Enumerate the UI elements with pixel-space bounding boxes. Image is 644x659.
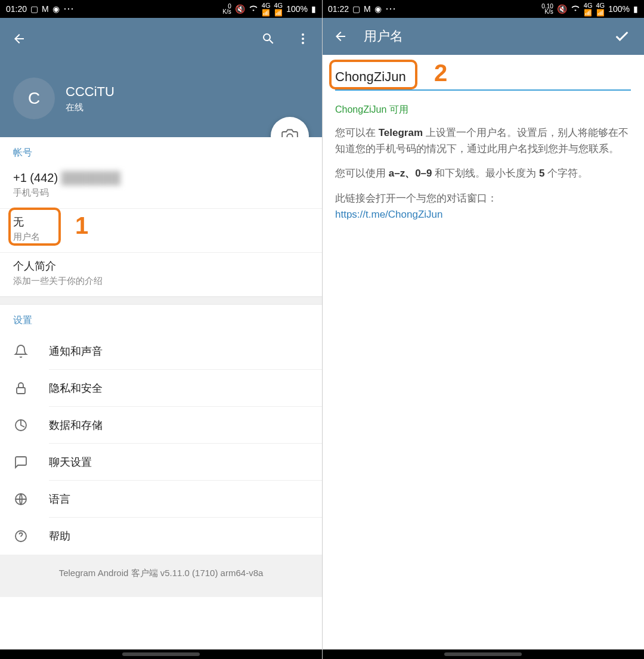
profile-header: C CCCiTU 在线 (0, 18, 322, 137)
profile-status: 在线 (66, 102, 114, 113)
profile-name: CCCiTU (66, 84, 114, 100)
screen-username-edit: 01:22 ▢ M ◉ 0.10K/s 🔇 4G📶 4G📶 100% ▮ (322, 0, 644, 659)
battery-pct: 100% (608, 4, 630, 14)
net-speed: 0.10K/s (541, 4, 553, 14)
username-label: 用户名 (13, 231, 309, 243)
more-icon (385, 4, 396, 14)
settings-label: 聊天设置 (49, 455, 92, 469)
signal2-icon: 4G📶 (596, 2, 605, 17)
settings-row-notifications[interactable]: 通知和声音 (0, 333, 322, 370)
bio-title: 个人简介 (13, 259, 309, 273)
username-desc-3: 此链接会打开一个与您的对话窗口： (335, 190, 631, 206)
settings-header: 设置 (0, 305, 322, 333)
chat-icon: ◉ (374, 4, 382, 14)
data-icon (13, 417, 29, 433)
android-navbar (322, 649, 644, 659)
avatar[interactable]: C (13, 78, 55, 119)
username-link[interactable]: https://t.me/ChongZiJun (335, 209, 631, 221)
mail-icon: M (42, 4, 49, 14)
account-section: 帐号 +1 (442) ███████ 手机号码 无 用户名 1 个人简介 添加… (0, 137, 322, 296)
signal-icon: 4G📶 (262, 2, 271, 17)
wifi-icon (249, 4, 258, 14)
app-version-footer: Telegram Android 客户端 v5.11.0 (1710) arm6… (0, 555, 322, 597)
net-speed: 0K/s (222, 4, 231, 14)
status-bar: 01:20 ▢ M ◉ 0K/s 🔇 4G📶 4G📶 100% ▮ (0, 0, 322, 18)
battery-icon: ▮ (633, 4, 638, 14)
svg-point-2 (302, 42, 304, 44)
settings-row-language[interactable]: 语言 (0, 481, 322, 518)
chat-icon: ◉ (52, 4, 60, 14)
globe-icon (13, 491, 29, 507)
username-input-wrap[interactable] (335, 66, 631, 91)
settings-row-data[interactable]: 数据和存储 (0, 407, 322, 444)
battery-pct: 100% (286, 4, 308, 14)
settings-label: 帮助 (49, 529, 70, 543)
settings-label: 通知和声音 (49, 344, 103, 358)
signal2-icon: 4G📶 (274, 2, 283, 17)
confirm-button[interactable] (612, 26, 632, 47)
lock-icon (13, 380, 29, 396)
image-icon: ▢ (30, 4, 38, 14)
chat-settings-icon (13, 454, 29, 470)
wifi-icon (571, 4, 580, 14)
settings-row-privacy[interactable]: 隐私和安全 (0, 370, 322, 407)
username-body: 2 ChongZiJun 可用 您可以在 Telegram 上设置一个用户名。设… (322, 55, 644, 231)
settings-label: 语言 (49, 492, 70, 506)
search-button[interactable] (258, 28, 279, 49)
username-header: 用户名 (322, 18, 644, 55)
menu-button[interactable] (292, 28, 314, 49)
help-icon (13, 528, 29, 544)
bell-icon (13, 344, 29, 359)
status-time: 01:20 (6, 4, 27, 14)
mail-icon: M (364, 4, 371, 14)
settings-section: 设置 通知和声音 隐私和安全 数据和存储 (0, 305, 322, 555)
bio-row[interactable]: 个人简介 添加一些关于你的介绍 (0, 253, 322, 296)
battery-icon: ▮ (311, 4, 316, 14)
settings-row-help[interactable]: 帮助 (0, 518, 322, 555)
username-value: 无 (13, 215, 309, 229)
svg-point-1 (302, 38, 304, 40)
back-button[interactable] (8, 28, 30, 49)
section-gap (0, 296, 322, 305)
bio-desc: 添加一些关于你的介绍 (13, 276, 309, 287)
phone-label: 手机号码 (13, 187, 309, 199)
android-navbar (0, 649, 322, 659)
phone-redacted: ███████ (61, 171, 120, 185)
mute-icon: 🔇 (235, 4, 245, 14)
status-bar: 01:22 ▢ M ◉ 0.10K/s 🔇 4G📶 4G📶 100% ▮ (322, 0, 644, 18)
svg-point-0 (302, 33, 304, 36)
username-desc-2: 您可以使用 a–z、0–9 和下划线。最小长度为 5 个字符。 (335, 165, 631, 181)
screen-settings: 01:20 ▢ M ◉ 0K/s 🔇 4G📶 4G📶 100% ▮ (0, 0, 322, 659)
username-desc-1: 您可以在 Telegram 上设置一个用户名。设置后，别人将能够在不知道您的手机… (335, 125, 631, 157)
settings-label: 数据和存储 (49, 418, 103, 432)
username-input[interactable] (335, 69, 631, 85)
signal-icon: 4G📶 (584, 2, 593, 17)
image-icon: ▢ (352, 4, 360, 14)
back-button[interactable] (332, 27, 349, 45)
settings-row-chat[interactable]: 聊天设置 (0, 444, 322, 481)
username-row[interactable]: 无 用户名 1 (0, 209, 322, 253)
svg-rect-4 (17, 388, 25, 394)
status-time: 01:22 (328, 4, 349, 14)
settings-label: 隐私和安全 (49, 381, 103, 395)
screens-divider (322, 0, 323, 659)
more-icon (63, 4, 74, 14)
phone-row[interactable]: +1 (442) ███████ 手机号码 (0, 165, 322, 209)
page-title: 用户名 (364, 27, 403, 45)
username-available: ChongZiJun 可用 (335, 104, 631, 116)
mute-icon: 🔇 (557, 4, 567, 14)
account-header: 帐号 (0, 137, 322, 165)
phone-value: +1 (442) (13, 171, 58, 184)
